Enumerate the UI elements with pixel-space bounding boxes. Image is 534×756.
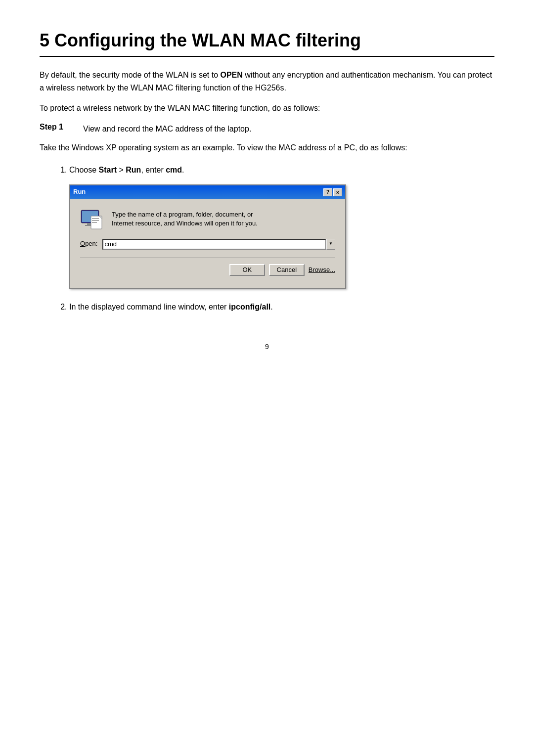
run-icon [80, 207, 104, 231]
item2-text: In the displayed command line window, en… [69, 303, 273, 311]
run-dialog-body: Type the name of a program, folder, docu… [70, 199, 345, 288]
intro-paragraph-2: To protect a wireless network by the WLA… [40, 102, 494, 115]
steps-ordered-list: Choose Start > Run, enter cmd. Run ? × [69, 164, 494, 313]
browse-button[interactable]: Browse... [309, 264, 335, 276]
titlebar-buttons: ? × [323, 188, 342, 196]
run-input-container: ▼ [102, 239, 335, 250]
run-open-row: Open: ▼ [80, 239, 335, 250]
cancel-button[interactable]: Cancel [269, 264, 305, 276]
ok-button[interactable]: OK [229, 264, 265, 276]
run-divider [80, 258, 335, 258]
help-button[interactable]: ? [323, 188, 332, 196]
run-buttons-row: OK Cancel Browse... [80, 264, 335, 280]
bold-ipconfig: ipconfig/all [229, 303, 270, 311]
run-description: Type the name of a program, folder, docu… [112, 210, 258, 228]
run-dialog: Run ? × [69, 184, 346, 289]
intro-paragraph-1: By default, the security mode of the WLA… [40, 69, 494, 94]
svg-rect-6 [92, 220, 99, 221]
close-button[interactable]: × [333, 188, 342, 196]
page-title: 5 Configuring the WLAN MAC filtering [40, 30, 494, 57]
run-dialog-titlebar: Run ? × [70, 185, 345, 199]
step-1-line: Step 1 View and record the MAC address o… [40, 123, 494, 135]
run-dialog-wrapper: Run ? × [69, 184, 346, 289]
svg-rect-7 [92, 222, 97, 223]
run-dialog-title: Run [73, 187, 86, 197]
list-item-2: In the displayed command line window, en… [69, 301, 494, 313]
step-1-text: View and record the MAC address of the l… [83, 123, 251, 135]
run-dialog-top: Type the name of a program, folder, docu… [80, 207, 335, 231]
bold-start: Start [99, 166, 117, 174]
item1-prefix: Choose Start > Run, enter cmd. [69, 166, 184, 174]
page-number: 9 [40, 343, 494, 351]
run-input-field[interactable] [102, 239, 326, 250]
list-item-1: Choose Start > Run, enter cmd. Run ? × [69, 164, 494, 289]
context-paragraph: Take the Windows XP operating system as … [40, 141, 494, 154]
run-dropdown-button[interactable]: ▼ [326, 239, 335, 250]
step-1-label: Step 1 [40, 123, 79, 132]
run-open-label: Open: [80, 239, 97, 249]
bold-run: Run [126, 166, 141, 174]
svg-rect-5 [92, 218, 99, 219]
bold-cmd: cmd [166, 166, 182, 174]
